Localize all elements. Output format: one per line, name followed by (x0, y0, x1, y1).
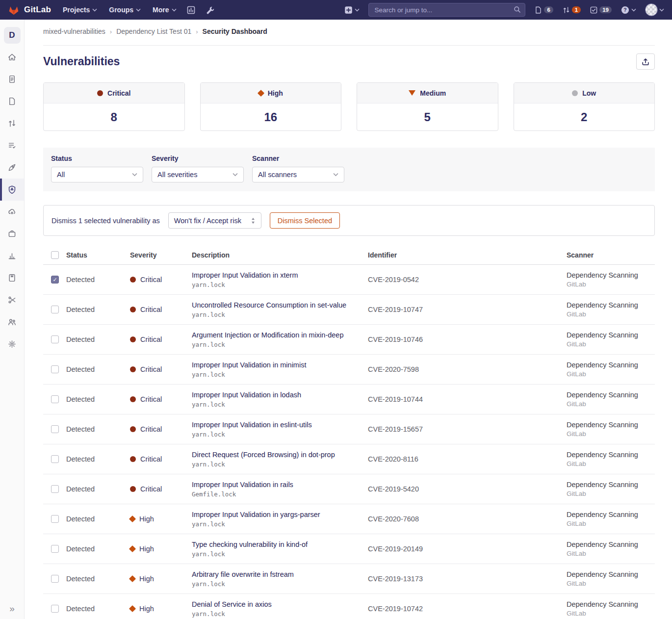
dismiss-selected-button[interactable]: Dismiss Selected (270, 212, 340, 229)
breadcrumb-project[interactable]: mixed-vulnerabilities (43, 27, 105, 35)
row-identifier[interactable]: CVE-2019-10742 (368, 605, 567, 613)
row-identifier[interactable]: CVE-2019-13173 (368, 575, 567, 583)
row-description-title[interactable]: Improper Input Validation in yargs-parse… (192, 511, 368, 518)
breadcrumb-group[interactable]: Dependency List Test 01 (116, 27, 191, 35)
row-identifier[interactable]: CVE-2020-7598 (368, 365, 567, 373)
row-scanner-name: Dependency Scanning (567, 511, 655, 518)
sidebar-item-operations[interactable] (0, 201, 24, 223)
help-menu[interactable]: ? (620, 5, 636, 15)
menu-projects[interactable]: Projects (63, 6, 97, 14)
severity-critical-icon (130, 277, 136, 283)
row-description-title[interactable]: Argument Injection or Modification in mi… (192, 331, 368, 339)
row-description-title[interactable]: Arbitrary file overwrite in fstream (192, 570, 368, 578)
chevron-down-icon (136, 8, 141, 12)
row-checkbox[interactable] (51, 425, 59, 433)
row-identifier[interactable]: CVE-2019-10747 (368, 306, 567, 313)
severity-medium-icon (409, 90, 415, 96)
sidebar-collapse-button[interactable]: » (0, 603, 24, 614)
sidebar-item-packages[interactable] (0, 223, 24, 245)
status-filter-dropdown[interactable]: All (51, 167, 143, 182)
sidebar-item-wiki[interactable] (0, 267, 24, 289)
row-severity-label: Critical (140, 395, 162, 403)
merge-requests-counter[interactable]: 1 (562, 6, 581, 14)
row-checkbox[interactable] (51, 515, 59, 523)
row-description-title[interactable]: Uncontrolled Resource Consumption in set… (192, 301, 368, 309)
severity-critical-icon (130, 456, 136, 462)
scanner-filter-dropdown[interactable]: All scanners (252, 167, 344, 182)
row-description-title[interactable]: Improper Input Validation in eslint-util… (192, 421, 368, 429)
row-description-title[interactable]: Improper Input Validation in rails (192, 481, 368, 489)
gitlab-brand[interactable]: GitLab (8, 4, 51, 16)
row-status: Detected (66, 276, 130, 284)
admin-wrench-icon[interactable] (206, 5, 215, 15)
row-severity-label: High (139, 575, 154, 583)
analytics-chart-icon[interactable] (186, 5, 196, 15)
row-description-title[interactable]: Improper Input Validation in minimist (192, 361, 368, 369)
card-count: 8 (111, 110, 117, 124)
row-identifier[interactable]: CVE-2019-15657 (368, 425, 567, 433)
row-checkbox[interactable] (51, 545, 59, 553)
row-description-title[interactable]: Improper Input Validation in lodash (192, 391, 368, 399)
sidebar-item-analytics[interactable] (0, 245, 24, 267)
row-identifier[interactable]: CVE-2019-0542 (368, 276, 567, 284)
chevron-down-icon (233, 173, 238, 177)
row-identifier[interactable]: CVE-2019-10744 (368, 395, 567, 403)
sidebar-item-snippets[interactable] (0, 289, 24, 311)
summary-card-high: High 16 (200, 82, 342, 131)
column-header-scanner: Scanner (567, 251, 655, 259)
dismissal-reason-dropdown[interactable]: Won't fix / Accept risk (168, 212, 261, 229)
row-checkbox[interactable] (51, 335, 59, 343)
row-identifier[interactable]: CVE-2019-5420 (368, 485, 567, 493)
sidebar-item-repository[interactable] (0, 68, 24, 90)
vulnerability-row: Detected Critical Argument Injection or … (43, 325, 655, 355)
export-button[interactable] (636, 53, 655, 70)
sidebar-item-project-overview[interactable]: D (0, 24, 24, 46)
search-input[interactable] (368, 3, 525, 17)
row-severity-label: Critical (140, 425, 162, 433)
user-menu[interactable] (645, 3, 664, 16)
row-description-title[interactable]: Improper Input Validation in xterm (192, 271, 368, 279)
dismissal-bar: Dismiss 1 selected vulnerability as Won'… (43, 205, 655, 236)
sidebar-item-members[interactable] (0, 311, 24, 333)
sidebar-item-ci-cd[interactable] (0, 156, 24, 179)
scissors-icon (7, 295, 17, 305)
severity-high-icon (129, 575, 136, 582)
summary-card-medium: Medium 5 (357, 82, 498, 131)
row-checkbox[interactable] (51, 306, 59, 313)
sidebar-item-requirements[interactable] (0, 134, 24, 156)
menu-more[interactable]: More (153, 6, 176, 14)
todos-counter[interactable]: 19 (590, 6, 612, 14)
row-checkbox[interactable] (51, 605, 59, 613)
row-lockfile: yarn.lock (192, 520, 368, 528)
select-all-checkbox[interactable] (51, 251, 59, 259)
row-checkbox[interactable] (51, 455, 59, 463)
sidebar-item-security[interactable] (0, 179, 24, 201)
issues-counter[interactable]: 6 (534, 6, 553, 14)
file-icon (7, 75, 17, 84)
severity-high-icon (258, 89, 264, 96)
row-identifier[interactable]: CVE-2019-10746 (368, 335, 567, 343)
row-scanner-vendor: GitLab (567, 580, 655, 587)
chevron-down-icon (333, 173, 338, 177)
sidebar-item-merge-requests[interactable] (0, 112, 24, 134)
sidebar-item-issues[interactable] (0, 90, 24, 112)
sidebar-item-settings[interactable] (0, 333, 24, 355)
menu-groups[interactable]: Groups (109, 6, 141, 14)
summary-card-low: Low 2 (514, 82, 655, 131)
row-identifier[interactable]: CVE-2020-8116 (368, 455, 567, 463)
row-description-title[interactable]: Denial of Service in axios (192, 600, 368, 608)
row-description-title[interactable]: Direct Request (Forced Browsing) in dot-… (192, 451, 368, 459)
row-checkbox[interactable] (51, 395, 59, 403)
row-description-title[interactable]: Type checking vulnerability in kind-of (192, 541, 368, 548)
row-checkbox[interactable] (51, 276, 59, 284)
row-checkbox[interactable] (51, 485, 59, 493)
new-menu-button[interactable] (344, 5, 360, 15)
row-checkbox[interactable] (51, 365, 59, 373)
row-checkbox[interactable] (51, 575, 59, 583)
row-identifier[interactable]: CVE-2019-20149 (368, 545, 567, 553)
row-severity-label: High (139, 515, 154, 523)
sidebar-item-home[interactable] (0, 46, 24, 68)
row-identifier[interactable]: CVE-2020-7608 (368, 515, 567, 523)
issues-icon (534, 6, 543, 14)
severity-filter-dropdown[interactable]: All severities (152, 167, 244, 182)
